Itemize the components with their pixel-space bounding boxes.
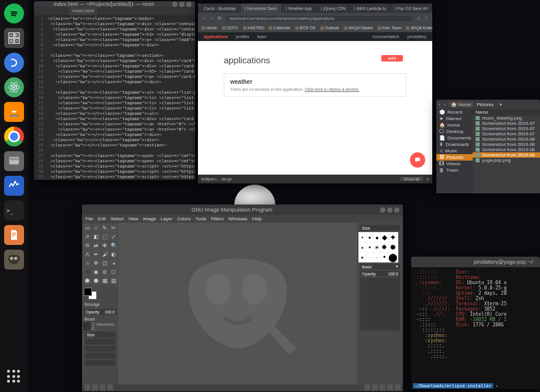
brush-preset[interactable]: ✶ [367, 243, 374, 252]
tool-25[interactable]: ⬣ [92, 277, 100, 285]
menu-colors[interactable]: Colors [177, 216, 190, 221]
tool-16[interactable]: ⟐ [83, 259, 91, 267]
menu-edit[interactable]: Edit [98, 216, 106, 221]
bookmark-item[interactable]: KASTRO [243, 26, 265, 30]
browser-tab[interactable]: Pop OS Save Wi [391, 4, 432, 13]
sidebar-item-documents[interactable]: 📄Documents [436, 135, 473, 141]
back-icon[interactable]: ‹ [439, 102, 440, 107]
chrome-window[interactable]: Cards - BootstrapServerless DashWeather … [198, 4, 432, 183]
deploy-link[interactable]: Click here to deploy a service. [305, 87, 359, 91]
brush-preset[interactable]: ☀ [374, 243, 381, 252]
file-row[interactable]: Screenshot from 2019-08 [473, 147, 540, 152]
system-monitor-icon[interactable] [4, 176, 24, 196]
brush-preset[interactable]: ◆ [381, 233, 388, 242]
simplenote-icon[interactable] [4, 53, 24, 73]
file-row[interactable]: Screenshot from 2019-08 [473, 137, 540, 142]
download-file[interactable]: eclipse-i….tar.gz [201, 177, 232, 181]
vlc-icon[interactable] [4, 102, 24, 122]
opacity-slider[interactable]: Opacity100.0 [84, 309, 117, 315]
menu-image[interactable]: Image [143, 216, 156, 221]
add-button[interactable]: add [381, 55, 403, 62]
window-titlebar[interactable]: pmslattery@yoga-pop: ~/ [411, 257, 540, 267]
url-field[interactable]: dashboard.serverless.com/tenants/pmslatt… [225, 16, 413, 21]
nav-docs[interactable]: documentation [372, 35, 399, 39]
brush-preset[interactable]: ⬤ [388, 253, 398, 262]
brush-preset[interactable]: ✦ [388, 233, 398, 242]
brush-row[interactable]: 2. Hardness 0… [83, 322, 117, 330]
bookmark-star-icon[interactable]: ☆ [416, 16, 421, 21]
spacing-slider[interactable]: Size [360, 225, 400, 231]
tool-8[interactable]: ⟲ [83, 241, 91, 250]
bookmark-item[interactable]: OOTV [222, 26, 238, 30]
menu-tools[interactable]: Tools [196, 216, 207, 221]
tool-2[interactable]: ✎ [101, 224, 109, 232]
browser-tab[interactable]: AWS Lambda fu [350, 4, 391, 13]
file-row[interactable]: yoga-pop.png [473, 158, 540, 163]
intercom-fab[interactable] [410, 152, 425, 168]
terminal-window[interactable]: pmslattery@yoga-pop: ~/ .:::::: User: .:… [411, 257, 540, 389]
tool-1[interactable]: ○ [92, 224, 100, 232]
close-icon[interactable] [394, 207, 399, 213]
tool-11[interactable]: 🔍 [110, 241, 118, 250]
file-row[interactable]: Screenshot from 2019-07 [473, 126, 540, 131]
browser-tab[interactable]: Cards - Bootstrap [198, 4, 241, 13]
maximize-icon[interactable] [387, 207, 392, 213]
code-body[interactable]: >class>=>"kw">><>>class>=>"tagname">>bod… [46, 15, 195, 180]
brush-preset[interactable]: ∙ [374, 253, 381, 262]
nav-team[interactable]: team [257, 35, 266, 39]
browser-tab[interactable]: Weather App [282, 4, 317, 13]
bookmark-item[interactable]: Calendar [269, 26, 290, 30]
editor-tab[interactable]: index.html [69, 7, 97, 15]
chrome-icon[interactable] [4, 127, 24, 146]
gimp-window[interactable]: GNU Image Manipulation Program FileEditS… [82, 204, 403, 391]
brush-preset[interactable]: ❋ [359, 253, 366, 262]
document-writer-icon[interactable] [4, 225, 24, 245]
file-row[interactable]: Screenshot from 2019-07 [473, 131, 540, 137]
layers-panel[interactable] [360, 278, 400, 330]
menu-view[interactable]: View [128, 216, 138, 221]
application-card[interactable]: weather There are no services in this ap… [224, 73, 406, 97]
brush-preset[interactable]: · [367, 253, 374, 262]
nav-applications[interactable]: applications [204, 35, 228, 39]
show-all-downloads[interactable]: Show all [400, 177, 422, 181]
sidebar-item-recent[interactable]: 🕘Recent [436, 109, 473, 115]
extensions-icon[interactable]: ⋮ [424, 16, 429, 21]
tool-22[interactable]: ⊘ [101, 268, 109, 276]
size-slider[interactable]: Size [85, 332, 115, 338]
sidebar-item-desktop[interactable]: 🖵Desktop [436, 128, 473, 135]
menu-windows[interactable]: Windows [228, 216, 247, 221]
sidebar-item-home[interactable]: 🏠Home [436, 122, 473, 128]
tool-7[interactable]: ⤢ [110, 233, 118, 241]
tool-3[interactable]: ✂ [110, 224, 118, 232]
sidebar-item-trash[interactable]: 🗑Trash [436, 167, 473, 173]
tool-9[interactable]: ⇄ [92, 241, 100, 250]
tool-17[interactable]: ✜ [92, 259, 100, 267]
file-row[interactable]: moon_drawing.png [473, 115, 540, 121]
sidebar-item-videos[interactable]: 🎞Videos [436, 161, 473, 167]
color-swatches[interactable] [82, 286, 118, 301]
menu-file[interactable]: File [86, 216, 93, 221]
tool-0[interactable]: ▭ [83, 224, 91, 232]
sidebar-item-pictures[interactable]: 🖼Pictures [436, 154, 473, 161]
close-shelf-icon[interactable]: × [426, 177, 429, 181]
menu-select[interactable]: Select [111, 216, 124, 221]
brush-preset[interactable]: ✸ [381, 243, 388, 252]
reload-icon[interactable]: ↻ [218, 16, 222, 21]
files-window[interactable]: ‹ › 🏠 Home Pictures ▾ 🕘Recent★Starred🏠Ho… [436, 100, 540, 193]
tool-10[interactable]: ✥ [101, 241, 109, 250]
tool-5[interactable]: ◧ [92, 233, 100, 241]
menu-filters[interactable]: Filters [211, 216, 224, 221]
bookmark-item[interactable]: Outlook [320, 26, 339, 30]
forward-icon[interactable]: › [444, 102, 446, 107]
window-titlebar[interactable]: GNU Image Manipulation Program [82, 204, 403, 215]
brush-preset[interactable]: ● [367, 233, 374, 242]
gimp-icon[interactable] [4, 250, 24, 270]
atom-editor-window[interactable]: index.html — ~/Projects/[untitled]1 — At… [34, 1, 195, 180]
tool-13[interactable]: ✏ [92, 250, 100, 258]
brush-preset[interactable]: ● [374, 233, 381, 242]
minimize-icon[interactable] [172, 2, 177, 7]
file-row[interactable]: Screenshot from 2019-08 [473, 152, 540, 158]
atom-icon[interactable] [4, 77, 24, 97]
column-name[interactable]: Name [473, 109, 540, 115]
files-icon[interactable] [4, 151, 24, 171]
